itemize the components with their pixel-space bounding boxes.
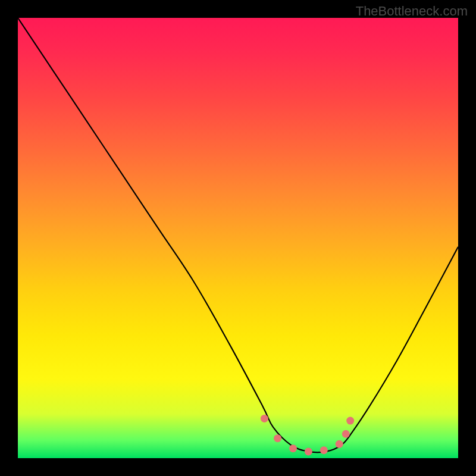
watermark-text: TheBottleneck.com [356,4,468,19]
gradient-background [18,18,458,458]
plot-area [18,18,458,458]
